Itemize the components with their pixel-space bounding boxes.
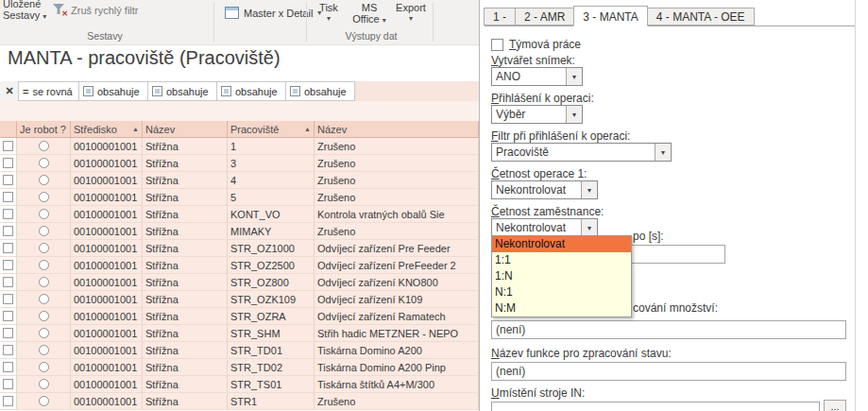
robot-radio[interactable] [17,257,71,273]
robot-radio[interactable] [17,393,71,409]
chevron-down-icon[interactable]: ▾ [566,68,582,85]
header-stredisko[interactable]: Středisko▲ [71,121,143,138]
checkbox-icon[interactable] [491,39,503,51]
table-row[interactable]: 00100001001StřížnaSTR_TD01Tiskárna Domin… [0,342,479,359]
filter-operator-contains-3[interactable]: obsahuje [216,81,286,101]
saved-reports-button[interactable]: Uložené Sestavy ▾ [3,0,46,23]
table-row[interactable]: 00100001001StřížnaMIMAKYZrušeno [0,223,479,240]
robot-radio[interactable] [17,325,71,341]
print-button[interactable]: Tisk ▾ [312,2,346,25]
chevron-down-icon: ▾ [312,13,346,25]
cell-stredisko: 00100001001 [71,274,143,290]
snapshot-combobox[interactable]: ANO ▾ [491,67,583,86]
row-select-checkbox[interactable] [0,223,17,239]
row-select-checkbox[interactable] [0,240,17,256]
row-select-checkbox[interactable] [0,359,17,375]
robot-radio[interactable] [17,359,71,375]
clear-filter-icon[interactable]: ✕ [0,81,19,101]
ms-office-button[interactable]: MS Office ▾ [348,2,391,26]
row-select-checkbox[interactable] [0,325,17,341]
tab-4-manta-oee[interactable]: 4 - MANTA - OEE [647,8,755,26]
header-je-robot[interactable]: Je robot ? [17,121,71,138]
export-label: Export [391,2,431,13]
filter-operator-contains-4[interactable]: obsahuje [285,81,355,101]
robot-radio[interactable] [17,376,71,392]
tab-2-amr[interactable]: 2 - AMR [515,8,574,26]
header-nazev-2[interactable]: Název [315,121,479,138]
robot-radio[interactable] [17,138,71,154]
robot-radio[interactable] [17,223,71,239]
table-row[interactable]: 00100001001StřížnaSTR_TD02Tiskárna Domin… [0,359,479,376]
robot-radio[interactable] [17,155,71,171]
robot-radio[interactable] [17,189,71,205]
row-select-checkbox[interactable] [0,189,17,205]
table-row[interactable]: 00100001001Střížna4Zrušeno [0,172,479,189]
settings-panel: 1 -2 - AMR3 - MANTA4 - MANTA - OEE Týmov… [479,0,855,411]
filter-operator-equals[interactable]: = se rovná [18,81,79,101]
row-select-checkbox[interactable] [0,342,17,358]
login-filter-combobox[interactable]: Pracoviště ▾ [491,143,672,162]
row-select-checkbox[interactable] [0,274,17,290]
filter-operator-contains-1[interactable]: obsahuje [78,81,148,101]
table-row[interactable]: 00100001001Střížna5Zrušeno [0,189,479,206]
table-row[interactable]: 00100001001StřížnaKONT_VOKontrola vratný… [0,206,479,223]
export-button[interactable]: Export ▾ [391,2,431,25]
cell-nazev-2: Zrušeno [315,172,479,188]
combo-value: Nekontrolovat [492,183,581,197]
table-row[interactable]: 00100001001StřížnaSTR_SHMStřih hadic MET… [0,325,479,342]
robot-radio[interactable] [17,308,71,324]
table-row[interactable]: 00100001001StřížnaSTR_OZ2500Odvíjecí zař… [0,257,479,274]
dropdown-option[interactable]: 1:1 [492,252,631,268]
dropdown-option[interactable]: N:1 [492,284,631,300]
table-row[interactable]: 00100001001StřížnaSTR_OZK109Odvíjecí zař… [0,291,479,308]
robot-radio[interactable] [17,342,71,358]
row-select-checkbox[interactable] [0,206,17,222]
robot-radio[interactable] [17,172,71,188]
robot-radio[interactable] [17,240,71,256]
row-select-checkbox[interactable] [0,155,17,171]
master-detail-button[interactable]: Master x Detail ▾ [225,7,321,19]
chevron-down-icon[interactable]: ▾ [655,144,671,161]
robot-radio[interactable] [17,291,71,307]
chevron-down-icon[interactable]: ▾ [566,106,582,123]
row-select-checkbox[interactable] [0,138,17,154]
row-select-checkbox[interactable] [0,376,17,392]
dropdown-option[interactable]: Nekontrolovat [492,236,631,252]
tab-3-manta[interactable]: 3 - MANTA [573,6,647,26]
header-nazev-1[interactable]: Název [143,121,228,138]
status-function-label: Název funkce pro zpracování stavu: [491,347,672,360]
clear-quick-filter-button[interactable]: ✕ Zruš rychlý filtr [53,4,139,16]
row-select-checkbox[interactable] [0,308,17,324]
machine-location-field[interactable] [491,402,820,411]
header-pracoviste[interactable]: Pracoviště▲ [228,121,315,138]
table-row[interactable]: 00100001001Střížna3Zrušeno [0,155,479,172]
table-row[interactable]: 00100001001StřížnaSTR_TS01Tiskárna štítk… [0,376,479,393]
chevron-down-icon[interactable]: ▾ [581,181,597,198]
table-row[interactable]: 00100001001StřížnaSTR_OZRAOdvíjecí zaříz… [0,308,479,325]
dropdown-option[interactable]: N:M [492,300,631,317]
employee-frequency-combobox[interactable]: Nekontrolovat ▾ [491,218,598,237]
header-select-column[interactable] [0,121,17,138]
status-function-field[interactable]: (není) [491,362,846,381]
row-select-checkbox[interactable] [0,257,17,273]
robot-radio[interactable] [17,206,71,222]
row-select-checkbox[interactable] [0,291,17,307]
tab-1[interactable]: 1 - [484,8,516,26]
chevron-down-icon[interactable]: ▾ [581,219,597,236]
table-row[interactable]: 00100001001StřížnaSTR1Zrušeno [0,393,479,410]
filter-operator-contains-2[interactable]: obsahuje [147,81,217,101]
operation-login-combobox[interactable]: Výběr ▾ [491,105,583,124]
quantity-function-field[interactable]: (není) [491,320,846,339]
cell-stredisko: 00100001001 [71,325,143,341]
cell-stredisko: 00100001001 [71,172,143,188]
table-row[interactable]: 00100001001StřížnaSTR_OZ1000Odvíjecí zař… [0,240,479,257]
row-select-checkbox[interactable] [0,172,17,188]
table-row[interactable]: 00100001001Střížna1Zrušeno [0,138,479,155]
table-row[interactable]: 00100001001StřížnaSTR_OZ800Odvíjecí zaří… [0,274,479,291]
teamwork-checkbox-row[interactable]: Týmová práce [491,38,581,51]
robot-radio[interactable] [17,274,71,290]
operation-frequency-combobox[interactable]: Nekontrolovat ▾ [491,180,598,199]
ellipsis-button[interactable]: ... [824,400,846,411]
dropdown-option[interactable]: 1:N [492,268,631,284]
row-select-checkbox[interactable] [0,393,17,409]
